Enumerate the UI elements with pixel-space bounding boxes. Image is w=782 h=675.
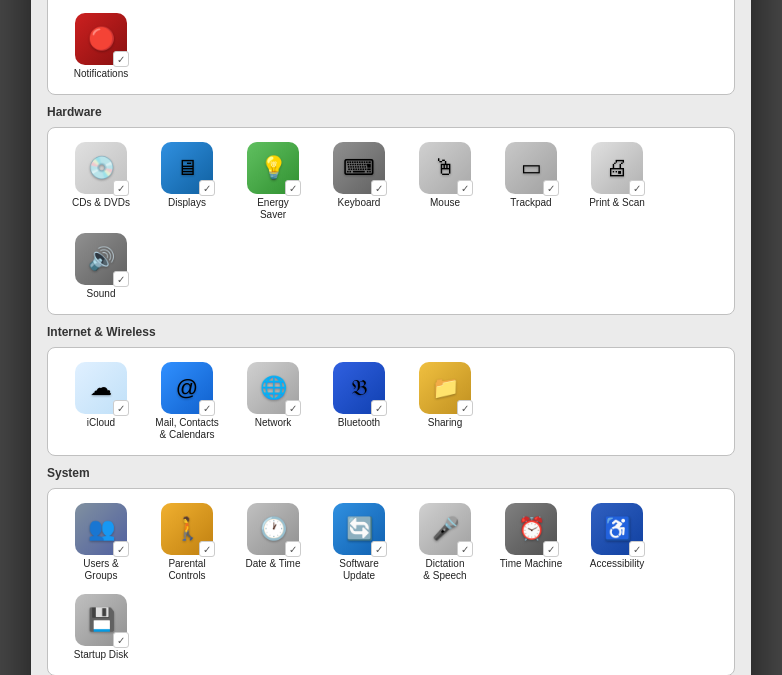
checkmark-keyboard: ✓ xyxy=(371,180,387,196)
section-hardware: 💿✓CDs & DVDs🖥✓Displays💡✓Energy Saver⌨✓Ke… xyxy=(47,127,735,315)
pref-item-keyboard[interactable]: ⌨✓Keyboard xyxy=(318,138,400,225)
pref-label-language: Language & Text xyxy=(423,0,468,1)
pref-label-energy: Energy Saver xyxy=(257,197,289,221)
pref-item-mouse[interactable]: 🖱✓Mouse xyxy=(404,138,486,225)
pref-icon-dictation: 🎤✓ xyxy=(419,503,471,555)
pref-icon-datetime: 🕐✓ xyxy=(247,503,299,555)
pref-item-desktop[interactable]: 🖼✓Desktop & Screen Saver xyxy=(146,0,228,5)
pref-label-software: Software Update xyxy=(339,558,378,582)
pref-label-datetime: Date & Time xyxy=(245,558,300,570)
checkmark-network: ✓ xyxy=(285,400,301,416)
checkmark-mouse: ✓ xyxy=(457,180,473,196)
pref-label-print: Print & Scan xyxy=(589,197,645,209)
pref-label-users: Users & Groups xyxy=(83,558,119,582)
pref-label-bluetooth: Bluetooth xyxy=(338,417,380,429)
checkmark-access: ✓ xyxy=(629,541,645,557)
pref-item-dock[interactable]: 🔷✓Dock xyxy=(232,0,314,5)
pref-item-security[interactable]: 🔒✓Security & Privacy xyxy=(490,0,572,5)
pref-item-startup[interactable]: 💾✓Startup Disk xyxy=(60,590,142,665)
pref-icon-trackpad: ▭✓ xyxy=(505,142,557,194)
pref-icon-energy: 💡✓ xyxy=(247,142,299,194)
pref-icon-users: 👥✓ xyxy=(75,503,127,555)
pref-item-icloud[interactable]: ☁✓iCloud xyxy=(60,358,142,445)
checkmark-software: ✓ xyxy=(371,541,387,557)
section-label-hardware: Hardware xyxy=(47,105,735,119)
pref-item-datetime[interactable]: 🕐✓Date & Time xyxy=(232,499,314,586)
pref-label-sharing: Sharing xyxy=(428,417,462,429)
pref-label-icloud: iCloud xyxy=(87,417,115,429)
pref-item-print[interactable]: 🖨✓Print & Scan xyxy=(576,138,658,225)
checkmark-sharing: ✓ xyxy=(457,400,473,416)
checkmark-parental: ✓ xyxy=(199,541,215,557)
pref-icon-parental: 🚶✓ xyxy=(161,503,213,555)
pref-icon-cds: 💿✓ xyxy=(75,142,127,194)
pref-item-sharing[interactable]: 📁✓Sharing xyxy=(404,358,486,445)
pref-label-network: Network xyxy=(255,417,292,429)
pref-label-timemach: Time Machine xyxy=(500,558,562,570)
system-preferences-window: ◀ ▶ Done System Preferences 🔍 Personal🗒✓… xyxy=(31,0,751,675)
checkmark-timemach: ✓ xyxy=(543,541,559,557)
pref-item-bluetooth[interactable]: 𝔅✓Bluetooth xyxy=(318,358,400,445)
pref-icon-startup: 💾✓ xyxy=(75,594,127,646)
pref-icon-bluetooth: 𝔅✓ xyxy=(333,362,385,414)
pref-icon-software: 🔄✓ xyxy=(333,503,385,555)
pref-item-general[interactable]: 🗒✓General xyxy=(60,0,142,5)
pref-item-energy[interactable]: 💡✓Energy Saver xyxy=(232,138,314,225)
pref-item-cds[interactable]: 💿✓CDs & DVDs xyxy=(60,138,142,225)
preferences-content: Personal🗒✓General🖼✓Desktop & Screen Save… xyxy=(31,0,751,675)
pref-item-dictation[interactable]: 🎤✓Dictation & Speech xyxy=(404,499,486,586)
pref-label-trackpad: Trackpad xyxy=(510,197,551,209)
pref-icon-mouse: 🖱✓ xyxy=(419,142,471,194)
pref-label-displays: Displays xyxy=(168,197,206,209)
section-personal: 🗒✓General🖼✓Desktop & Screen Saver🔷✓Dock⊞… xyxy=(47,0,735,95)
pref-icon-network: 🌐✓ xyxy=(247,362,299,414)
pref-label-mission: Mission Control xyxy=(342,0,376,1)
pref-icon-timemach: ⏰✓ xyxy=(505,503,557,555)
pref-label-mouse: Mouse xyxy=(430,197,460,209)
pref-item-trackpad[interactable]: ▭✓Trackpad xyxy=(490,138,572,225)
section-label-system: System xyxy=(47,466,735,480)
pref-item-mission[interactable]: ⊞✓Mission Control xyxy=(318,0,400,5)
pref-item-mail[interactable]: @✓Mail, Contacts & Calendars xyxy=(146,358,228,445)
pref-item-software[interactable]: 🔄✓Software Update xyxy=(318,499,400,586)
pref-item-network[interactable]: 🌐✓Network xyxy=(232,358,314,445)
pref-item-timemach[interactable]: ⏰✓Time Machine xyxy=(490,499,572,586)
pref-item-spotlight[interactable]: 🔍✓Spotlight xyxy=(576,0,658,5)
checkmark-displays: ✓ xyxy=(199,180,215,196)
pref-icon-icloud: ☁✓ xyxy=(75,362,127,414)
checkmark-trackpad: ✓ xyxy=(543,180,559,196)
pref-label-dictation: Dictation & Speech xyxy=(423,558,466,582)
pref-item-access[interactable]: ♿✓Accessibility xyxy=(576,499,658,586)
pref-item-parental[interactable]: 🚶✓Parental Controls xyxy=(146,499,228,586)
pref-icon-keyboard: ⌨✓ xyxy=(333,142,385,194)
pref-icon-displays: 🖥✓ xyxy=(161,142,213,194)
pref-label-parental: Parental Controls xyxy=(168,558,205,582)
checkmark-startup: ✓ xyxy=(113,632,129,648)
checkmark-users: ✓ xyxy=(113,541,129,557)
pref-icon-sharing: 📁✓ xyxy=(419,362,471,414)
pref-icon-notif: 🔴✓ xyxy=(75,13,127,65)
checkmark-energy: ✓ xyxy=(285,180,301,196)
pref-label-cds: CDs & DVDs xyxy=(72,197,130,209)
pref-icon-mail: @✓ xyxy=(161,362,213,414)
checkmark-icloud: ✓ xyxy=(113,400,129,416)
pref-label-security: Security & Privacy xyxy=(510,0,552,1)
pref-label-access: Accessibility xyxy=(590,558,644,570)
pref-item-language[interactable]: 🌐✓Language & Text xyxy=(404,0,486,5)
pref-item-sound[interactable]: 🔊✓Sound xyxy=(60,229,142,304)
checkmark-print: ✓ xyxy=(629,180,645,196)
icons-row-hardware: 💿✓CDs & DVDs🖥✓Displays💡✓Energy Saver⌨✓Ke… xyxy=(60,138,722,304)
section-system: 👥✓Users & Groups🚶✓Parental Controls🕐✓Dat… xyxy=(47,488,735,675)
checkmark-mail: ✓ xyxy=(199,400,215,416)
pref-label-startup: Startup Disk xyxy=(74,649,128,661)
pref-icon-sound: 🔊✓ xyxy=(75,233,127,285)
pref-item-displays[interactable]: 🖥✓Displays xyxy=(146,138,228,225)
section-internet: ☁✓iCloud@✓Mail, Contacts & Calendars🌐✓Ne… xyxy=(47,347,735,456)
checkmark-datetime: ✓ xyxy=(285,541,301,557)
pref-item-notif[interactable]: 🔴✓Notifications xyxy=(60,9,142,84)
checkmark-bluetooth: ✓ xyxy=(371,400,387,416)
icons-row-system: 👥✓Users & Groups🚶✓Parental Controls🕐✓Dat… xyxy=(60,499,722,665)
pref-icon-access: ♿✓ xyxy=(591,503,643,555)
pref-item-users[interactable]: 👥✓Users & Groups xyxy=(60,499,142,586)
pref-label-sound: Sound xyxy=(87,288,116,300)
